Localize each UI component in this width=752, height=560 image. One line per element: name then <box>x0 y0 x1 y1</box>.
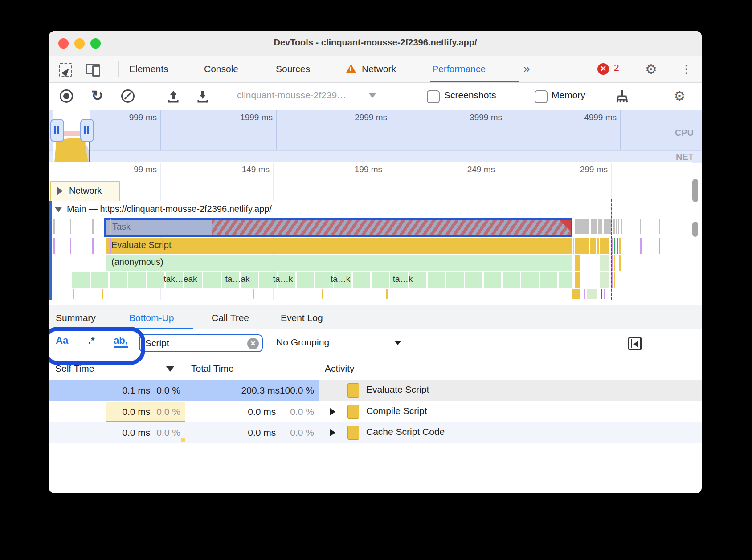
flame-bar[interactable] <box>102 289 103 299</box>
flame-bar[interactable] <box>659 219 660 234</box>
inspect-element-icon[interactable] <box>59 63 72 77</box>
load-profile-icon[interactable] <box>166 89 181 104</box>
flame-bar[interactable] <box>575 219 589 234</box>
tab-network[interactable]: Network <box>362 56 396 82</box>
flame-bar[interactable] <box>619 255 621 271</box>
flame-bar[interactable] <box>575 272 580 288</box>
network-track-header[interactable]: Network <box>50 181 120 202</box>
flame-bar[interactable] <box>575 255 580 271</box>
match-case-button[interactable]: Aa <box>56 335 68 346</box>
save-profile-icon[interactable] <box>195 89 210 104</box>
tab-console[interactable]: Console <box>204 56 238 82</box>
flame-bar[interactable] <box>70 238 71 254</box>
flame-bar[interactable] <box>614 238 615 254</box>
match-whole-word-button[interactable]: ab <box>114 335 128 348</box>
flame-bar[interactable] <box>584 289 585 299</box>
screenshots-checkbox[interactable] <box>427 90 440 103</box>
flame-bar[interactable] <box>604 289 605 299</box>
tab-elements[interactable]: Elements <box>129 56 168 82</box>
memory-label[interactable]: Memory <box>552 90 585 101</box>
flame-bar[interactable] <box>591 219 597 234</box>
scrollbar-thumb[interactable] <box>692 222 698 237</box>
record-icon[interactable] <box>60 89 73 103</box>
scrollbar-thumb[interactable] <box>692 179 698 202</box>
flame-bar[interactable] <box>617 238 618 254</box>
tab-event-log[interactable]: Event Log <box>281 305 323 330</box>
clear-filter-icon[interactable]: ✕ <box>247 338 259 349</box>
flame-bar[interactable] <box>601 289 602 299</box>
profile-select-caret-icon[interactable] <box>369 93 376 98</box>
expander-icon[interactable] <box>330 429 335 436</box>
flame-bar[interactable] <box>614 272 615 288</box>
memory-checkbox[interactable] <box>535 90 548 103</box>
flame-bar[interactable] <box>614 255 615 271</box>
flame-bar[interactable] <box>613 219 615 234</box>
flame-bar[interactable] <box>618 219 619 234</box>
regex-button[interactable]: .* <box>88 335 95 346</box>
kebab-menu-icon[interactable]: ⋮ <box>681 62 692 76</box>
flame-bar[interactable] <box>621 219 622 234</box>
table-row[interactable]: 0.1 ms0.0 % 200.3 ms100.0 % Evaluate Scr… <box>49 380 702 401</box>
reload-record-icon[interactable]: ↻ <box>91 87 103 104</box>
flame-evaluate-script-bar[interactable]: Evaluate Script <box>106 238 572 254</box>
garbage-collect-broom-icon[interactable] <box>614 89 630 105</box>
table-row[interactable]: 0.0 ms0.0 % 0.0 ms0.0 % Cache Script Cod… <box>49 422 702 443</box>
show-sidebar-icon[interactable] <box>628 337 642 350</box>
flame-anonymous-bar[interactable]: (anonymous) <box>106 255 572 271</box>
flame-bar[interactable] <box>600 255 609 271</box>
selection-handle-left[interactable] <box>50 119 64 142</box>
flame-bar[interactable] <box>640 238 642 254</box>
collapse-arrow-icon[interactable] <box>54 207 62 212</box>
flame-bar[interactable] <box>572 289 580 299</box>
tab-call-tree[interactable]: Call Tree <box>212 305 249 330</box>
table-row[interactable]: 0.0 ms0.0 % 0.0 ms0.0 % Compile Script <box>49 401 702 422</box>
flame-bar[interactable] <box>386 289 388 299</box>
flame-bar[interactable] <box>573 238 574 254</box>
col-total-time[interactable]: Total Time <box>191 363 234 374</box>
selection-handle-right[interactable] <box>80 119 94 142</box>
grouping-select[interactable]: No Grouping <box>276 337 329 348</box>
flame-task-bar[interactable]: Task <box>104 218 572 237</box>
capture-settings-gear-icon[interactable]: ⚙ <box>674 88 686 104</box>
flame-bar[interactable] <box>616 219 617 234</box>
flame-bar[interactable] <box>92 238 94 254</box>
flame-bar[interactable] <box>53 238 55 254</box>
filter-input[interactable] <box>139 334 263 352</box>
device-toolbar-icon[interactable] <box>86 64 100 74</box>
tab-summary[interactable]: Summary <box>56 305 96 330</box>
col-self-time[interactable]: Self Time <box>55 363 94 374</box>
flame-bar[interactable] <box>590 238 596 254</box>
flame-bar[interactable] <box>597 238 599 254</box>
flame-bar[interactable] <box>619 238 621 254</box>
flame-bar[interactable] <box>322 289 323 299</box>
more-tabs-chevron-icon[interactable]: » <box>523 62 530 76</box>
flame-bar[interactable] <box>253 289 254 299</box>
flame-bar[interactable] <box>575 238 589 254</box>
flame-bar[interactable] <box>53 219 55 234</box>
sort-desc-icon[interactable] <box>166 366 174 372</box>
error-badge-icon[interactable]: ✕ <box>597 63 609 75</box>
tab-performance[interactable]: Performance <box>432 56 486 82</box>
col-activity[interactable]: Activity <box>325 363 355 374</box>
profile-select[interactable]: clinquant-mousse-2f239… <box>237 90 346 101</box>
flame-bar[interactable] <box>600 272 609 288</box>
flame-bar[interactable] <box>110 238 111 254</box>
expand-arrow-icon[interactable] <box>57 187 63 195</box>
flame-bar[interactable] <box>70 219 71 234</box>
expander-icon[interactable] <box>330 408 335 415</box>
flame-bar[interactable] <box>598 219 602 234</box>
flame-bar[interactable] <box>587 289 597 299</box>
screenshots-label[interactable]: Screenshots <box>444 90 496 101</box>
flame-bar[interactable] <box>600 238 609 254</box>
main-track-header[interactable]: Main — https://clinquant-mousse-2f2396.n… <box>49 201 692 218</box>
flame-mini-bars[interactable] <box>72 272 572 288</box>
flame-bar[interactable] <box>659 238 660 254</box>
clear-recording-icon[interactable] <box>121 89 135 103</box>
timeline-overview[interactable]: 999 ms1999 ms2999 ms3999 ms4999 ms CPU N… <box>49 110 702 163</box>
flame-bar[interactable] <box>640 219 641 234</box>
flame-bar[interactable] <box>110 219 111 234</box>
tab-sources[interactable]: Sources <box>276 56 310 82</box>
tab-bottom-up[interactable]: Bottom-Up <box>129 305 174 330</box>
grouping-caret-icon[interactable] <box>394 341 401 345</box>
flame-bar[interactable] <box>92 219 94 234</box>
